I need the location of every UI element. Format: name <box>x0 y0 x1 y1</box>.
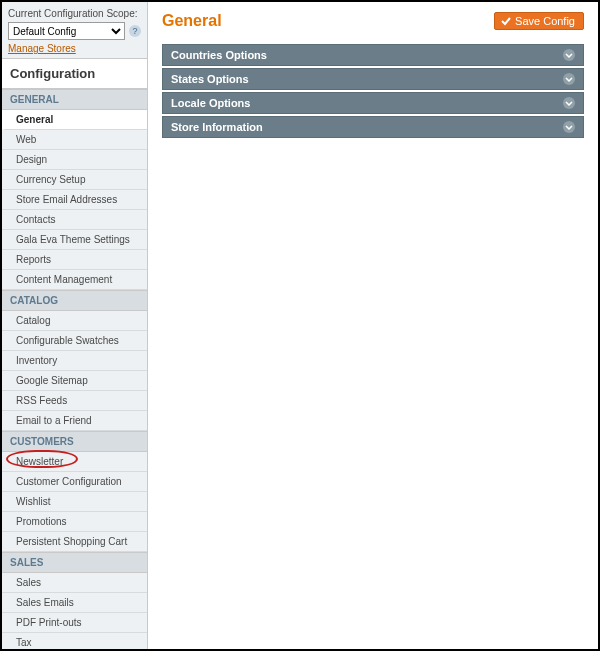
nav-item[interactable]: Configurable Swatches <box>2 331 147 351</box>
nav-item[interactable]: Tax <box>2 633 147 649</box>
nav-item[interactable]: Sales <box>2 573 147 593</box>
nav-item-label: Configurable Swatches <box>16 335 119 346</box>
layout: Current Configuration Scope: Default Con… <box>2 2 598 649</box>
nav-section-header[interactable]: GENERAL <box>2 89 147 110</box>
accordion-panel-header[interactable]: Countries Options <box>162 44 584 66</box>
config-scope-label: Current Configuration Scope: <box>8 8 141 19</box>
nav-item[interactable]: Google Sitemap <box>2 371 147 391</box>
expand-icon <box>563 97 575 109</box>
help-icon[interactable]: ? <box>129 25 141 37</box>
nav-item[interactable]: Customer Configuration <box>2 472 147 492</box>
nav-item-label: Tax <box>16 637 32 648</box>
main-header: General Save Config <box>162 12 584 30</box>
check-icon <box>501 16 511 26</box>
nav-section-label: CATALOG <box>10 295 58 306</box>
config-accordion: Countries OptionsStates OptionsLocale Op… <box>162 44 584 138</box>
nav-item-label: Contacts <box>16 214 55 225</box>
nav-item-label: RSS Feeds <box>16 395 67 406</box>
expand-icon <box>563 73 575 85</box>
nav-item[interactable]: Wishlist <box>2 492 147 512</box>
nav-item-label: Persistent Shopping Cart <box>16 536 127 547</box>
nav-item[interactable]: Catalog <box>2 311 147 331</box>
expand-icon <box>563 121 575 133</box>
nav-item-label: Web <box>16 134 36 145</box>
accordion-panel-header[interactable]: Store Information <box>162 116 584 138</box>
nav-item[interactable]: Contacts <box>2 210 147 230</box>
nav-item[interactable]: Promotions <box>2 512 147 532</box>
accordion-panel-label: Countries Options <box>171 49 267 61</box>
nav-item[interactable]: Content Management <box>2 270 147 290</box>
nav-section-header[interactable]: SALES <box>2 552 147 573</box>
main-area: General Save Config Countries OptionsSta… <box>148 2 598 649</box>
nav-section-header[interactable]: CATALOG <box>2 290 147 311</box>
nav-section-label: GENERAL <box>10 94 59 105</box>
nav-item-label: Gala Eva Theme Settings <box>16 234 130 245</box>
nav-item[interactable]: Inventory <box>2 351 147 371</box>
nav-item[interactable]: General <box>2 110 147 130</box>
nav-item-label: Sales Emails <box>16 597 74 608</box>
nav-section-label: SALES <box>10 557 43 568</box>
nav-item-label: Email to a Friend <box>16 415 92 426</box>
save-config-label: Save Config <box>515 15 575 27</box>
nav-item[interactable]: PDF Print-outs <box>2 613 147 633</box>
expand-icon <box>563 49 575 61</box>
nav-item-label: Inventory <box>16 355 57 366</box>
config-scope-select[interactable]: Default Config <box>8 22 125 40</box>
nav-section-label: CUSTOMERS <box>10 436 74 447</box>
config-scope-box: Current Configuration Scope: Default Con… <box>2 2 147 59</box>
nav-section-header[interactable]: CUSTOMERS <box>2 431 147 452</box>
nav-item[interactable]: RSS Feeds <box>2 391 147 411</box>
configuration-heading: Configuration <box>2 59 147 89</box>
nav-item-label: Customer Configuration <box>16 476 122 487</box>
nav-item[interactable]: Store Email Addresses <box>2 190 147 210</box>
manage-stores-link[interactable]: Manage Stores <box>8 43 76 54</box>
nav-item-label: Newsletter <box>16 456 63 467</box>
config-nav: GENERALGeneralWebDesignCurrency SetupSto… <box>2 89 147 649</box>
nav-item-label: Wishlist <box>16 496 50 507</box>
nav-item-label: Catalog <box>16 315 50 326</box>
save-config-button[interactable]: Save Config <box>494 12 584 30</box>
nav-item[interactable]: Currency Setup <box>2 170 147 190</box>
app-frame: Current Configuration Scope: Default Con… <box>0 0 600 651</box>
nav-item-label: Content Management <box>16 274 112 285</box>
nav-item[interactable]: Design <box>2 150 147 170</box>
nav-item-label: Promotions <box>16 516 67 527</box>
accordion-panel-header[interactable]: Locale Options <box>162 92 584 114</box>
nav-item-label: Google Sitemap <box>16 375 88 386</box>
nav-item-label: Design <box>16 154 47 165</box>
nav-item[interactable]: Web <box>2 130 147 150</box>
nav-item[interactable]: Sales Emails <box>2 593 147 613</box>
nav-item[interactable]: Email to a Friend <box>2 411 147 431</box>
nav-item[interactable]: Reports <box>2 250 147 270</box>
accordion-panel-label: Locale Options <box>171 97 250 109</box>
accordion-panel-label: States Options <box>171 73 249 85</box>
nav-item-label: PDF Print-outs <box>16 617 82 628</box>
accordion-panel-header[interactable]: States Options <box>162 68 584 90</box>
page-title: General <box>162 12 222 30</box>
sidebar: Current Configuration Scope: Default Con… <box>2 2 148 649</box>
nav-item-label: Sales <box>16 577 41 588</box>
accordion-panel-label: Store Information <box>171 121 263 133</box>
nav-item[interactable]: Gala Eva Theme Settings <box>2 230 147 250</box>
nav-item[interactable]: Newsletter <box>2 452 147 472</box>
nav-item-label: Currency Setup <box>16 174 85 185</box>
nav-item-label: Store Email Addresses <box>16 194 117 205</box>
config-scope-row: Default Config ? <box>8 22 141 40</box>
nav-item[interactable]: Persistent Shopping Cart <box>2 532 147 552</box>
nav-item-label: Reports <box>16 254 51 265</box>
nav-item-label: General <box>16 114 53 125</box>
